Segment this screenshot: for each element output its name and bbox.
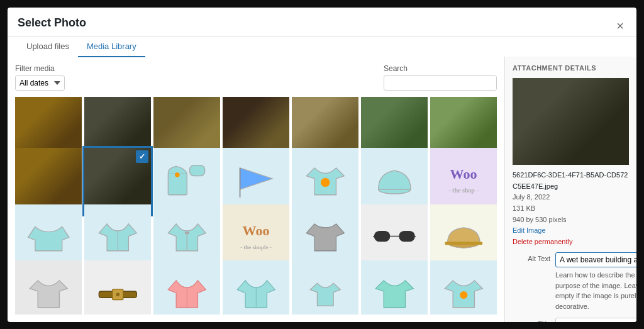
media-item[interactable] bbox=[292, 260, 358, 315]
svg-point-5 bbox=[321, 178, 330, 187]
tab-media-library[interactable]: Media Library bbox=[78, 36, 145, 57]
svg-rect-18 bbox=[116, 293, 119, 296]
filter-select[interactable]: All dates bbox=[15, 75, 65, 91]
attachment-thumbnail bbox=[513, 78, 629, 165]
title-field-row: Title bbox=[513, 318, 629, 321]
modal-title: Select Photo bbox=[18, 16, 86, 36]
attachment-details-panel: ATTACHMENT DETAILS 5621DF6C-3DE1-4F71-B5… bbox=[504, 57, 636, 322]
media-grid: ✓ bbox=[15, 97, 497, 315]
attachment-date: July 8, 2022 bbox=[513, 192, 629, 203]
attachment-filesize: 131 KB bbox=[513, 203, 629, 215]
alt-text-hint: Learn how to describe the purpose of the… bbox=[555, 270, 636, 311]
svg-point-1 bbox=[175, 172, 179, 177]
search-section: Search bbox=[384, 64, 497, 91]
selected-checkmark: ✓ bbox=[136, 150, 148, 163]
alt-text-field-row: Alt Text Learn how to describe the purpo… bbox=[513, 252, 629, 311]
media-item[interactable] bbox=[430, 260, 497, 315]
media-item-belt[interactable] bbox=[84, 260, 151, 315]
svg-rect-15 bbox=[445, 242, 482, 245]
modal-tabs: Upload files Media Library bbox=[8, 36, 636, 57]
media-main: Filter media All dates Search bbox=[8, 57, 504, 322]
title-input[interactable] bbox=[555, 318, 636, 321]
svg-line-14 bbox=[415, 237, 416, 238]
attachment-dimensions: 940 by 530 pixels bbox=[513, 215, 629, 226]
svg-rect-11 bbox=[399, 231, 415, 242]
svg-rect-2 bbox=[189, 165, 204, 176]
close-button[interactable]: × bbox=[614, 20, 626, 32]
media-item[interactable] bbox=[361, 260, 428, 315]
svg-point-21 bbox=[460, 291, 467, 299]
media-item[interactable] bbox=[15, 260, 82, 315]
svg-rect-9 bbox=[185, 232, 189, 234]
modal-header: Select Photo × bbox=[8, 8, 636, 36]
alt-text-label: Alt Text bbox=[513, 252, 550, 262]
filter-section: Filter media All dates bbox=[15, 64, 65, 91]
select-photo-modal: Select Photo × Upload files Media Librar… bbox=[8, 8, 636, 322]
edit-image-link[interactable]: Edit Image bbox=[513, 226, 546, 234]
svg-rect-10 bbox=[374, 231, 390, 242]
svg-line-13 bbox=[373, 237, 374, 238]
attachment-details-title: ATTACHMENT DETAILS bbox=[513, 64, 629, 72]
attachment-filename: 5621DF6C-3DE1-4F71-B5AD-CD572C5EE47E.jpe… bbox=[513, 170, 629, 192]
media-item[interactable] bbox=[223, 260, 289, 315]
modal-body: Filter media All dates Search bbox=[8, 57, 636, 322]
tab-upload[interactable]: Upload files bbox=[18, 36, 78, 57]
modal-overlay: Select Photo × Upload files Media Librar… bbox=[0, 0, 644, 329]
title-label: Title bbox=[513, 318, 550, 321]
filter-label: Filter media bbox=[15, 64, 65, 73]
svg-marker-3 bbox=[240, 168, 272, 189]
attachment-info: 5621DF6C-3DE1-4F71-B5AD-CD572C5EE47E.jpe… bbox=[513, 170, 629, 247]
alt-text-input[interactable] bbox=[555, 252, 636, 267]
media-toolbar: Filter media All dates Search bbox=[15, 64, 497, 91]
media-item[interactable] bbox=[153, 260, 220, 315]
delete-image-link[interactable]: Delete permanently bbox=[513, 238, 572, 245]
search-input[interactable] bbox=[384, 75, 497, 91]
search-label: Search bbox=[384, 64, 497, 73]
